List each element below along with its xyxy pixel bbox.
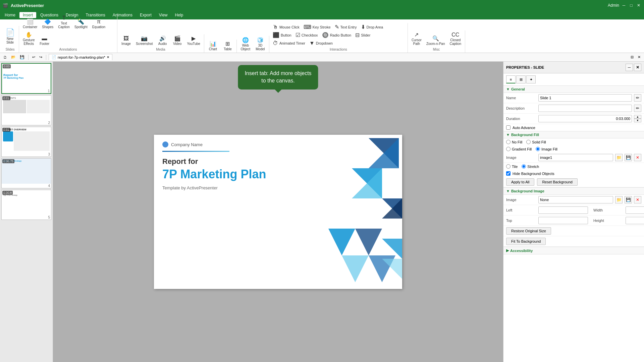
no-fill-radio[interactable] [506,140,511,144]
drop-area-button[interactable]: ⬇ Drop Area [360,24,385,31]
image-input[interactable] [538,154,613,161]
properties-minimize-button[interactable]: ─ [626,64,633,71]
description-edit-button[interactable]: ✏ [634,105,641,112]
image-folder-button[interactable]: 💾 [625,154,632,161]
left-input[interactable] [538,206,588,214]
name-edit-button[interactable]: ✏ [634,94,641,102]
footer-button[interactable]: ▬ Footer [38,35,51,47]
menu-help[interactable]: Help [172,12,187,18]
checkbox-button[interactable]: ☑ Checkbox [294,32,319,39]
dropdown-button[interactable]: ▼ Dropdown [308,40,334,47]
gesture-effects-button[interactable]: ✋ GestureEffects [21,31,37,47]
closed-caption-button[interactable]: CC ClosedCaption [448,31,463,47]
zoom-n-pan-button[interactable]: 🔍 Zoom-n-Pan [425,35,447,47]
screenshot-button[interactable]: 📷 Screenshot [134,35,155,47]
prop-tab-layout[interactable]: ≡ [506,75,516,83]
no-fill-option[interactable]: No Fill [506,140,522,144]
slide-thumb-5[interactable]: 0:00.8 PRICE High Price Strategy 5 [1,190,51,220]
audio-button[interactable]: 🔊 Audio [156,35,169,47]
slide-thumb-4[interactable]: 0:00.75 High Price Strategy 4 [1,158,51,188]
prop-tab-grid[interactable]: ⊞ [516,75,526,83]
background-fill-section-header[interactable]: ▼ Background Fill [503,131,644,138]
bg-image-clear-button[interactable]: ✕ [634,196,641,203]
web-object-button[interactable]: 🌐 WebObject [239,37,252,52]
container-button[interactable]: ⬜ Container [21,18,39,30]
slide-thumb-1[interactable]: 0:03 Report for 7P Marketing Plan 1 [1,63,51,94]
duration-input[interactable] [538,115,632,122]
top-input[interactable] [538,217,588,224]
prop-tab-star[interactable]: ✦ [526,75,536,83]
tile-option[interactable]: Tile [506,164,518,169]
gradient-fill-option[interactable]: Gradient Fill [506,147,532,151]
bg-image-input[interactable] [538,196,613,203]
equation-button[interactable]: π Equation [91,18,107,30]
stretch-radio[interactable] [522,164,526,169]
close-tab-button[interactable]: ✕ [107,55,109,59]
accessibility-section-header[interactable]: ▶ Accessibility [503,247,644,254]
duration-down-button[interactable]: ▼ [634,119,641,122]
image-button[interactable]: 🖼 Image [119,35,133,47]
save-button[interactable]: 💾 [18,55,26,60]
open-button[interactable]: 📂 [10,55,17,60]
fit-to-background-button[interactable]: Fit To Background [506,238,546,245]
slide-time-badge-4: 0:00.75 [2,159,14,163]
tile-radio[interactable] [506,164,511,169]
file-tab[interactable]: 📄 report-for-7p-marketing-plan* ✕ [49,54,112,60]
hide-bg-checkbox[interactable] [506,171,511,176]
panel-collapse-button[interactable]: ⊟ [629,55,635,60]
duration-up-button[interactable]: ▲ [634,115,641,119]
shapes-button[interactable]: 🔷 Shapes [40,18,55,30]
undo-button[interactable]: ↩ [31,55,37,60]
3d-model-button[interactable]: 🧊 3DModel [254,37,267,52]
minimize-button[interactable]: ─ [621,3,627,8]
menu-home[interactable]: Home [1,12,19,18]
description-input[interactable] [538,105,632,112]
menu-export[interactable]: Export [137,12,155,18]
radio-button-button[interactable]: 🔘 Radio Button [321,32,353,39]
restore-original-size-button[interactable]: Restore Original Size [506,227,551,235]
text-entry-button[interactable]: ✎ Text Entry [333,24,358,31]
image-browse-button[interactable]: 📁 [615,154,623,161]
properties-close-button[interactable]: ✕ [634,64,641,71]
key-stroke-button[interactable]: ⌨ Key Stroke [302,24,332,31]
animated-timer-button[interactable]: ⏱ Animated Timer [271,40,307,47]
height-input[interactable] [626,217,644,224]
image-clear-button[interactable]: ✕ [634,154,641,161]
image-fill-radio[interactable] [536,147,540,151]
redo-button[interactable]: ↪ [38,55,44,60]
reset-background-button[interactable]: Reset Background [537,178,578,186]
image-fill-option[interactable]: Image Fill [536,147,557,151]
slide-thumb-2[interactable]: 0:01 CONTENTS 2 [1,95,51,125]
expand-icon3: ▼ [506,189,510,193]
chart-button[interactable]: 📊 Chart [206,40,220,52]
solid-fill-radio[interactable] [526,140,531,144]
name-input[interactable] [538,94,632,102]
width-input[interactable] [626,206,644,214]
youtube-button[interactable]: ▶ YouTube [185,35,202,47]
button-button[interactable]: ⬛ Button [271,32,293,39]
spotlight-button[interactable]: 🔦 Spotlight [73,18,89,30]
insert-tooltip: Insert tab: Add more objectsto the canva… [238,65,318,89]
video-button[interactable]: 🎬 Video [171,35,184,47]
bg-image-save-button[interactable]: 💾 [625,196,632,203]
text-caption-button[interactable]: T TextCaption [56,14,71,30]
mouse-click-button[interactable]: 🖱 Mouse Click [271,24,301,31]
maximize-button[interactable]: □ [629,3,634,8]
slide-thumb-3[interactable]: 0:01 MARKET OVERVIEW 3 [1,127,51,157]
slider-button[interactable]: ⊟ Slider [354,32,372,39]
close-button[interactable]: ✕ [636,3,641,8]
general-section-header[interactable]: ▼ General [503,85,644,93]
solid-fill-option[interactable]: Solid Fill [526,140,546,144]
table-button[interactable]: ⊞ Table [221,40,234,52]
menu-view[interactable]: View [156,12,171,18]
new-slide-button[interactable]: 📄 NewSlide [3,26,17,47]
background-image-section-header[interactable]: ▼ Background Image [503,187,644,195]
cursor-path-button[interactable]: ↗ CursorPath [410,31,423,47]
gradient-fill-radio[interactable] [506,147,511,151]
bg-image-browse-button[interactable]: 📁 [615,196,623,203]
stretch-option[interactable]: Stretch [522,164,539,169]
apply-to-all-button[interactable]: Apply to All [506,178,534,186]
new-button[interactable]: 🗋 [2,55,8,60]
auto-advance-checkbox[interactable] [506,125,511,130]
panel-close-button[interactable]: ✕ [636,55,642,60]
